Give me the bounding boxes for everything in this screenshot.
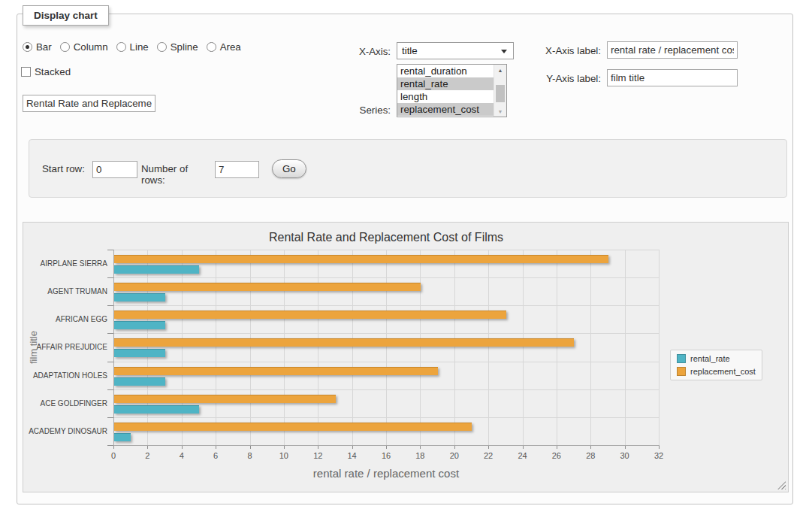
x-axis-select[interactable]: title [397,42,514,59]
gridline-horizontal [113,389,659,390]
gridline-vertical [284,250,285,445]
gridline-vertical [454,250,455,445]
series-option-replacement-cost[interactable]: replacement_cost [397,103,494,116]
legend-item-rental_rate[interactable]: rental_rate [677,354,756,363]
x-axis-tick [216,446,216,449]
radio-icon[interactable] [116,42,126,52]
bar-rental_rate[interactable] [114,265,199,274]
radio-icon[interactable] [60,42,70,52]
gridline-vertical [352,250,353,445]
x-tick-label: 26 [545,451,568,460]
bar-replacement_cost[interactable] [114,367,438,375]
gridline-horizontal [113,277,659,278]
gridline-vertical [318,250,318,445]
bar-replacement_cost[interactable] [114,255,608,263]
x-tick-label: 14 [341,451,364,460]
x-axis-tick [590,446,591,449]
chart-legend: rental_ratereplacement_cost [670,350,762,380]
number-of-rows-label: Number of rows: [141,163,213,186]
start-row-input[interactable] [92,161,137,178]
gridline-vertical [182,250,183,445]
dropdown-arrow-icon [501,50,507,53]
y-axis-tick [107,333,113,334]
go-button[interactable]: Go [272,159,306,178]
y-axis-tick [107,362,113,362]
radio-icon[interactable] [23,42,32,52]
x-axis-label-input[interactable] [607,41,738,59]
gridline-horizontal [113,417,659,418]
stacked-checkbox-row[interactable]: Stacked [21,66,71,77]
scrollbar-thumb[interactable] [496,85,505,102]
gridline-vertical [420,250,421,445]
x-axis-tick [420,446,421,449]
x-axis-tick [284,446,285,449]
scroll-up-icon[interactable]: ▲ [494,65,506,75]
bar-replacement_cost[interactable] [114,395,336,403]
bar-replacement_cost[interactable] [114,338,574,347]
radio-icon[interactable] [207,42,216,52]
gridline-horizontal [113,250,659,250]
radio-option-bar[interactable]: Bar [23,41,52,53]
x-tick-label: 6 [204,451,227,460]
x-axis-tick [488,446,489,449]
x-tick-label: 18 [409,451,431,460]
y-axis-tick [107,445,113,446]
bar-rental_rate[interactable] [114,405,199,414]
radio-label: Area [220,41,241,53]
number-of-rows-input[interactable] [215,161,259,178]
y-axis-title: film title [28,250,39,445]
x-axis-tick [659,446,660,449]
chart-title: Rental Rate and Replacement Cost of Film… [113,231,659,244]
bar-rental_rate[interactable] [114,433,131,441]
radio-option-line[interactable]: Line [116,41,149,53]
chart-type-radio-group: Bar Column Line Spline Area [23,41,241,53]
bar-rental_rate[interactable] [114,293,165,301]
y-axis-tick [107,250,113,250]
legend-swatch-icon [677,367,686,376]
legend-item-replacement_cost[interactable]: replacement_cost [677,367,756,376]
x-tick-label: 8 [239,451,261,460]
resize-handle-icon[interactable] [777,481,786,489]
scroll-down-icon[interactable]: ▼ [494,106,506,117]
y-axis-label-input[interactable] [607,69,738,86]
gridline-horizontal [113,305,659,306]
bar-replacement_cost[interactable] [114,423,472,431]
x-axis-selected-value: title [402,45,418,56]
series-option-rental-duration[interactable]: rental_duration [397,65,494,77]
radio-option-spline[interactable]: Spline [157,41,198,53]
bar-replacement_cost[interactable] [114,283,421,291]
gridline-vertical [488,250,489,445]
x-axis-tick [625,446,626,449]
series-option-length[interactable]: length [397,90,494,103]
chart-title-input[interactable] [23,95,155,112]
y-axis-tick [107,277,113,278]
radio-label: Spline [171,41,198,53]
x-tick-label: 24 [512,451,534,460]
x-axis-label-field-label: X-Axis label: [518,45,601,56]
x-tick-label: 20 [443,451,466,460]
radio-option-area[interactable]: Area [207,41,241,53]
radio-label: Column [74,41,108,53]
bar-replacement_cost[interactable] [114,311,506,319]
series-multiselect[interactable]: rental_duration rental_rate length repla… [397,64,507,117]
series-list-label: Series: [315,105,391,116]
series-list-scrollbar[interactable]: ▲ ▼ [494,65,506,117]
x-axis-select-label: X-Axis: [315,46,391,57]
checkbox-icon[interactable] [21,67,31,77]
x-tick-label: 2 [136,451,158,460]
x-axis-title: rental rate / replacement cost [113,467,659,480]
bar-rental_rate[interactable] [114,349,165,357]
legend-label: replacement_cost [690,367,756,376]
radio-icon[interactable] [157,42,167,52]
gridline-vertical [557,250,557,445]
y-axis-label-field-label: Y-Axis label: [518,73,601,84]
bar-rental_rate[interactable] [114,377,165,386]
bar-rental_rate[interactable] [114,321,165,329]
radio-option-column[interactable]: Column [60,41,108,53]
gridline-vertical [590,250,591,445]
y-axis-line [113,250,114,445]
series-option-rental-rate[interactable]: rental_rate [397,77,494,90]
x-tick-label: 16 [375,451,397,460]
radio-label: Line [130,41,149,53]
x-axis-tick [147,446,148,449]
